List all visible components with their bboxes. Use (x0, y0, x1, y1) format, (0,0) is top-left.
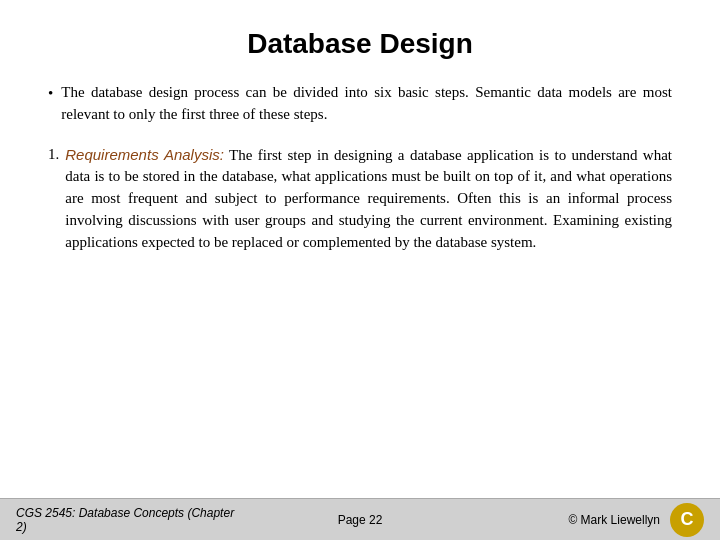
slide-content: Database Design • The database design pr… (0, 0, 720, 498)
item-body-1: Requirements Analysis: The first step in… (65, 144, 672, 254)
requirements-label: Requirements Analysis: (65, 146, 224, 163)
footer-center: Page 22 (245, 513, 474, 527)
bullet-text: The database design process can be divid… (61, 82, 672, 126)
footer-right: © Mark Liewellyn C (475, 503, 704, 537)
item-number-1: 1. (48, 144, 59, 166)
bullet-item: • The database design process can be div… (48, 82, 672, 126)
slide: Database Design • The database design pr… (0, 0, 720, 540)
slide-footer: CGS 2545: Database Concepts (Chapter 2) … (0, 498, 720, 540)
slide-title: Database Design (48, 28, 672, 60)
numbered-section: 1. Requirements Analysis: The first step… (48, 144, 672, 254)
numbered-item-1: 1. Requirements Analysis: The first step… (48, 144, 672, 254)
footer-copyright: © Mark Liewellyn (568, 513, 660, 527)
bullet-section: • The database design process can be div… (48, 82, 672, 126)
footer-logo: C (670, 503, 704, 537)
footer-left: CGS 2545: Database Concepts (Chapter 2) (16, 506, 245, 534)
logo-symbol: C (680, 509, 693, 530)
bullet-dot: • (48, 83, 53, 105)
